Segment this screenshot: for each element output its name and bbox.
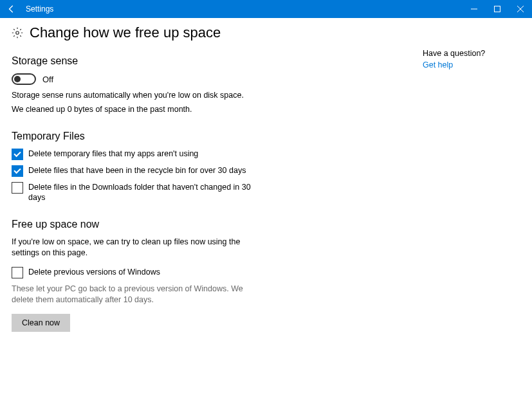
free-up-desc: If you're low on space, we can try to cl… [12,237,243,259]
temp-files-checkbox-1[interactable]: Delete temporary files that my apps aren… [12,149,256,160]
main-panel: Change how we free up space Storage sens… [12,24,346,347]
temporary-files-section: Temporary Files Delete temporary files t… [12,131,346,203]
get-help-link[interactable]: Get help [423,60,519,69]
temp-files-checkbox-2[interactable]: Delete files that have been in the recyc… [12,165,256,177]
have-question-label: Have a question? [423,49,519,58]
window-title: Settings [26,5,53,14]
page-title: Change how we free up space [30,24,221,41]
side-panel: Have a question? Get help [423,24,519,347]
titlebar: Settings [0,0,532,18]
checkbox-icon [12,182,23,194]
storage-sense-section: Storage sense Off Storage sense runs aut… [12,55,346,115]
checkbox-icon [12,165,23,177]
temp-files-checkbox-3[interactable]: Delete files in the Downloads folder tha… [12,182,256,203]
checkbox-label: Delete previous versions of Windows [28,267,160,277]
minimize-button[interactable] [463,0,486,18]
gear-icon [12,27,23,41]
checkbox-label: Delete temporary files that my apps aren… [28,149,198,159]
storage-sense-heading: Storage sense [12,55,346,67]
checkbox-label: Delete files that have been in the recyc… [28,165,246,176]
prev-versions-checkbox[interactable]: Delete previous versions of Windows [12,267,256,278]
checkbox-label: Delete files in the Downloads folder tha… [28,182,256,203]
close-button[interactable] [509,0,532,18]
checkbox-icon [12,149,23,160]
clean-now-button[interactable]: Clean now [12,314,70,332]
free-up-space-section: Free up space now If you're low on space… [12,219,346,332]
back-button[interactable] [0,0,23,18]
storage-sense-toggle[interactable] [12,73,36,85]
checkbox-icon [12,267,23,278]
svg-rect-1 [495,6,500,12]
storage-sense-toggle-label: Off [42,75,53,84]
storage-sense-desc-1: Storage sense runs automatically when yo… [12,90,346,102]
free-up-heading: Free up space now [12,219,346,230]
svg-point-4 [16,31,19,34]
temporary-files-heading: Temporary Files [12,131,346,142]
maximize-button[interactable] [486,0,509,18]
storage-sense-desc-2: We cleaned up 0 bytes of space in the pa… [12,104,346,116]
window-controls [463,0,532,18]
prev-versions-note: These let your PC go back to a previous … [12,284,256,306]
